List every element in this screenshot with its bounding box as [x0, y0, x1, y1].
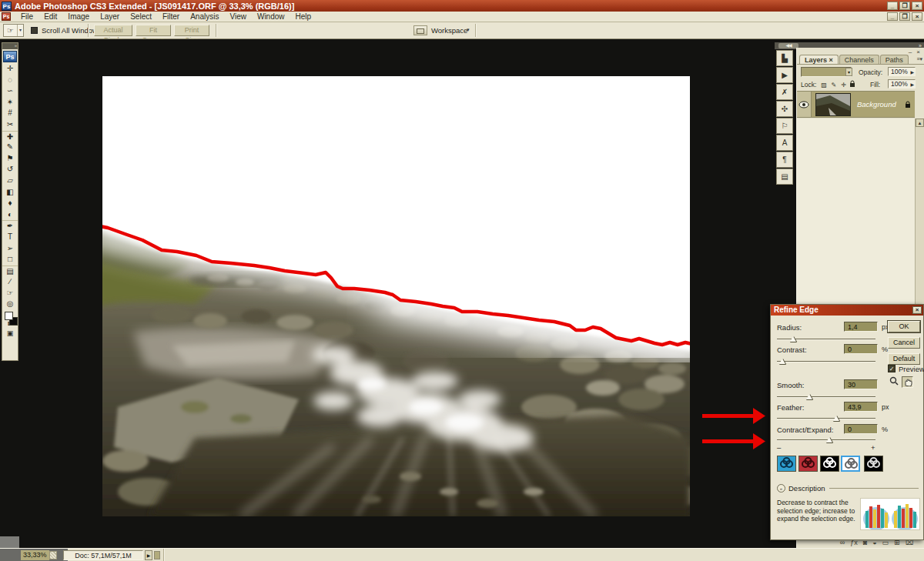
character-panel-button[interactable]: A [776, 135, 793, 151]
current-tool-preset[interactable]: ☞ ▾ [3, 24, 24, 37]
layer-visibility-cell[interactable] [797, 92, 812, 117]
type-tool[interactable]: T [2, 232, 18, 243]
restore-button[interactable]: ❐ [899, 2, 910, 10]
feather-field[interactable]: 43,9 [844, 402, 878, 412]
dodge-tool[interactable]: ◐ [2, 209, 18, 221]
palette-menu-icon[interactable]: ≡▾ [916, 56, 922, 62]
fill-arrow-icon[interactable]: ▶ [910, 81, 914, 89]
description-disclosure-icon[interactable]: « [777, 484, 785, 493]
actual-pixels-button[interactable]: Actual Pixels [94, 25, 132, 36]
preview-quick-mask-button[interactable] [798, 456, 818, 472]
scroll-up-button[interactable]: ▲ [916, 119, 924, 127]
layer-name[interactable]: Background [857, 100, 896, 109]
dialog-zoom-tool[interactable] [888, 376, 899, 388]
print-size-button[interactable]: Print Size [174, 25, 209, 36]
blend-mode-dropdown[interactable]: ▾ [801, 67, 852, 77]
lock-all-icon[interactable] [849, 80, 855, 88]
radius-slider-thumb[interactable] [790, 336, 796, 342]
scroll-all-windows-checkbox[interactable] [31, 27, 38, 34]
menu-edit[interactable]: Edit [38, 12, 62, 21]
contract-expand-field[interactable]: 0 [844, 424, 878, 434]
preview-on-black-button[interactable] [820, 456, 839, 472]
tool-preset-dropdown-icon[interactable]: ▾ [17, 25, 23, 36]
preview-on-white-button[interactable] [841, 456, 860, 472]
zoom-tool[interactable]: ◎ [2, 299, 18, 310]
dialog-close-icon[interactable]: × [912, 306, 922, 314]
status-arrow-button[interactable]: ▶ [145, 550, 152, 560]
clone-source-panel-button[interactable]: ⚐ [776, 118, 793, 134]
menu-image[interactable]: Image [62, 12, 95, 21]
shape-tool[interactable]: □ [2, 254, 18, 265]
feather-slider-thumb[interactable] [833, 416, 839, 421]
contract-expand-slider-thumb[interactable] [826, 437, 832, 442]
doc-minimize-button[interactable]: _ [887, 12, 898, 21]
lock-position-icon[interactable]: ✛ [840, 82, 848, 88]
fill-field[interactable]: 100% ▶ [888, 79, 916, 88]
zoom-level-field[interactable]: 33,33% [21, 550, 49, 560]
toolbox-grip[interactable]: » [2, 43, 18, 49]
navigator-panel-button[interactable]: ▶ [776, 67, 793, 83]
brushes-panel-button[interactable]: ✣ [776, 101, 793, 117]
close-button[interactable]: × [912, 2, 922, 10]
contrast-field[interactable]: 0 [844, 344, 878, 354]
crop-tool[interactable]: # [2, 108, 18, 119]
opacity-field[interactable]: 100% ▶ [888, 67, 916, 76]
clone-stamp-tool[interactable]: ⚑ [2, 153, 18, 165]
smooth-field[interactable]: 30 [844, 379, 878, 389]
preview-mask-button[interactable] [864, 456, 883, 472]
smooth-slider[interactable] [777, 393, 875, 400]
menu-window[interactable]: Window [252, 12, 290, 21]
blend-mode-arrow-icon[interactable]: ▾ [845, 68, 852, 76]
gradient-tool[interactable]: ◧ [2, 187, 18, 199]
eyedropper-tool[interactable]: ∕ [2, 276, 18, 288]
workspace-dropdown-icon[interactable]: ▾ [467, 27, 470, 33]
doc-close-button[interactable]: × [912, 12, 922, 21]
doc-restore-button[interactable]: ❐ [899, 12, 910, 21]
path-selection-tool[interactable]: ➢ [2, 243, 18, 255]
document-canvas[interactable] [102, 76, 690, 516]
cancel-button[interactable]: Cancel [888, 337, 920, 349]
background-layer-row[interactable]: Background [797, 91, 915, 118]
eraser-tool[interactable]: ▱ [2, 175, 18, 187]
history-brush-tool[interactable]: ↺ [2, 164, 18, 175]
pen-tool[interactable]: ✒ [2, 220, 18, 232]
tab-channels[interactable]: Channels [839, 55, 879, 64]
menu-layer[interactable]: Layer [95, 12, 125, 21]
lasso-tool[interactable]: ∽ [2, 85, 18, 97]
fit-screen-button[interactable]: Fit Screen [136, 25, 171, 36]
slice-tool[interactable]: ✂ [2, 119, 18, 131]
dialog-hand-tool[interactable] [902, 376, 913, 388]
tab-layers[interactable]: Layers × [799, 55, 839, 64]
layer-comps-panel-button[interactable]: ▤ [776, 169, 793, 185]
bridge-icon[interactable] [413, 25, 427, 35]
quick-selection-tool[interactable]: ✶ [2, 97, 18, 109]
tool-presets-panel-button[interactable]: ✗ [776, 84, 793, 100]
foreground-color-swatch[interactable] [5, 312, 13, 320]
radius-field[interactable]: 1,4 [844, 322, 878, 332]
status-mini-button[interactable] [154, 551, 160, 559]
opacity-arrow-icon[interactable]: ▶ [910, 68, 914, 77]
feather-slider[interactable] [777, 415, 875, 422]
move-tool[interactable]: ✛ [2, 63, 18, 75]
minimize-button[interactable]: _ [887, 2, 898, 10]
preview-standard-button[interactable] [777, 456, 796, 472]
contract-expand-slider[interactable] [777, 436, 875, 443]
refine-edge-title-bar[interactable]: Refine Edge × [771, 305, 923, 316]
screen-mode-button[interactable]: ▣ [2, 329, 18, 339]
histogram-panel-button[interactable]: ▙ [776, 50, 793, 66]
lock-pixels-icon[interactable]: ✎ [830, 82, 838, 88]
blur-tool[interactable]: ♦ [2, 198, 18, 209]
elliptical-marquee-tool[interactable]: ◌ [2, 75, 18, 86]
radius-slider[interactable] [777, 336, 875, 342]
menu-help[interactable]: Help [290, 12, 317, 21]
spot-healing-brush-tool[interactable]: ✚ [2, 131, 18, 142]
brush-tool[interactable]: ✎ [2, 142, 18, 153]
notes-tool[interactable]: ▤ [2, 265, 18, 277]
contrast-slider[interactable] [777, 358, 875, 365]
ok-button[interactable]: OK [888, 321, 920, 332]
menu-analysis[interactable]: Analysis [185, 12, 224, 21]
menu-filter[interactable]: Filter [157, 12, 185, 21]
menu-select[interactable]: Select [125, 12, 157, 21]
workspace-label[interactable]: Workspace [431, 26, 467, 35]
paragraph-panel-button[interactable]: ¶ [776, 152, 793, 168]
